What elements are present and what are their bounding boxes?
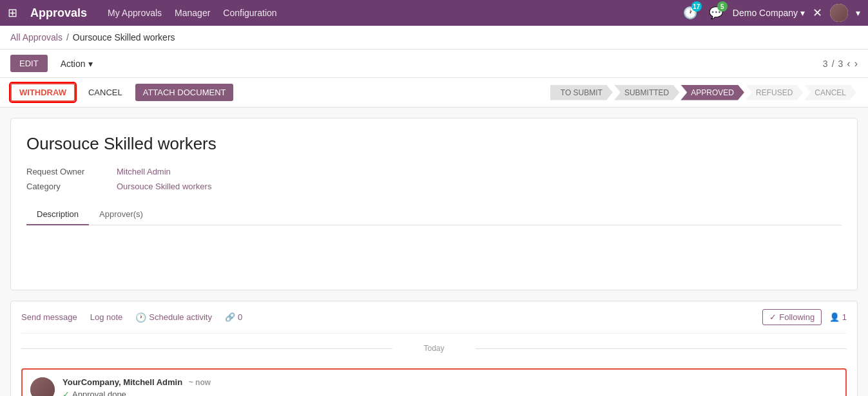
action-dropdown[interactable]: Action ▾ — [61, 59, 93, 69]
breadcrumb-all-approvals[interactable]: All Approvals — [10, 32, 63, 42]
pagination-sep: / — [832, 59, 834, 69]
attach-document-button[interactable]: ATTACH DOCUMENT — [135, 84, 234, 101]
form-tabs: Description Approver(s) — [26, 204, 842, 225]
send-message-label: Send message — [21, 312, 77, 322]
nav-manager[interactable]: Manager — [175, 8, 210, 18]
cancel-button[interactable]: CANCEL — [81, 84, 130, 100]
status-steps: TO SUBMIT SUBMITTED APPROVED REFUSED CAN… — [550, 85, 858, 100]
pagination-prev[interactable]: ‹ — [847, 58, 850, 70]
chatter-right: ✓ Following 👤 1 — [762, 309, 847, 325]
log-note-label: Log note — [90, 312, 123, 322]
message-avatar-image — [30, 377, 55, 396]
navbar-right: 🕐 17 💬 5 Demo Company ▾ ✕ ▾ — [681, 4, 860, 22]
chat-badge-count: 5 — [717, 1, 728, 12]
app-brand: Approvals — [30, 6, 87, 20]
clock-badge-count: 17 — [691, 1, 702, 12]
action-bar: EDIT Action ▾ 3 / 3 ‹ › — [0, 50, 868, 78]
attachment-button[interactable]: 🔗 0 — [225, 312, 242, 322]
schedule-activity-button[interactable]: 🕐 Schedule activity — [135, 312, 212, 323]
nav-my-approvals[interactable]: My Approvals — [108, 8, 162, 18]
main-content: Oursouce Skilled workers Request Owner M… — [0, 108, 868, 396]
breadcrumb-bar: All Approvals / Oursouce Skilled workers — [0, 26, 868, 50]
pagination-current: 3 — [823, 59, 828, 69]
schedule-activity-label: Schedule activity — [149, 312, 212, 322]
form-fields: Request Owner Mitchell Admin Category Ou… — [26, 167, 842, 191]
step-refused[interactable]: REFUSED — [746, 85, 803, 100]
message-author: YourCompany, Mitchell Admin — [63, 377, 182, 387]
attachment-count: 0 — [238, 312, 242, 322]
action-chevron: ▾ — [88, 59, 93, 69]
label-request-owner: Request Owner — [26, 167, 117, 176]
navbar: ⊞ Approvals My Approvals Manager Configu… — [0, 0, 868, 26]
breadcrumb-current: Oursouce Skilled workers — [73, 32, 175, 42]
followers-number: 1 — [842, 312, 847, 322]
status-bar: WITHDRAW CANCEL ATTACH DOCUMENT TO SUBMI… — [0, 78, 868, 108]
company-selector[interactable]: Demo Company ▾ — [733, 8, 805, 18]
today-divider: Today — [21, 334, 847, 363]
message-body: YourCompany, Mitchell Admin ~ now ✓ Appr… — [63, 377, 838, 396]
chatter-actions: Send message Log note 🕐 Schedule activit… — [21, 309, 847, 334]
company-name: Demo Company — [733, 8, 798, 18]
pagination-next[interactable]: › — [854, 58, 858, 70]
notification-clock-badge[interactable]: 🕐 17 — [681, 4, 699, 22]
field-category: Category Oursouce Skilled workers — [26, 182, 842, 191]
label-category: Category — [26, 182, 117, 191]
breadcrumb-separator: / — [66, 32, 69, 42]
user-avatar[interactable] — [830, 4, 848, 22]
action-label: Action — [61, 59, 86, 69]
message-header: YourCompany, Mitchell Admin ~ now — [63, 377, 838, 387]
attachment-icon: 🔗 — [225, 312, 235, 322]
chatter-bar: Send message Log note 🕐 Schedule activit… — [10, 301, 858, 396]
today-label: Today — [423, 344, 444, 353]
log-note-button[interactable]: Log note — [90, 312, 123, 322]
step-cancel[interactable]: CANCEL — [804, 85, 856, 100]
message-time: ~ now — [189, 378, 211, 387]
pagination-total: 3 — [838, 59, 844, 69]
message-author-avatar — [30, 377, 55, 396]
followers-icon: 👤 — [829, 312, 840, 322]
step-to-submit[interactable]: TO SUBMIT — [550, 85, 613, 100]
form-card: Oursouce Skilled workers Request Owner M… — [10, 118, 858, 290]
close-icon[interactable]: ✕ — [813, 6, 822, 20]
nav-configuration[interactable]: Configuration — [223, 8, 276, 18]
value-category[interactable]: Oursouce Skilled workers — [117, 182, 211, 191]
withdraw-button[interactable]: WITHDRAW — [10, 83, 75, 102]
activity-icon: 🕐 — [135, 312, 146, 323]
message-content: Approval done — [72, 390, 126, 396]
tab-approvers[interactable]: Approver(s) — [89, 204, 153, 225]
form-tab-content-description — [26, 236, 842, 274]
following-check-icon: ✓ — [769, 312, 776, 322]
user-chevron[interactable]: ▾ — [856, 8, 860, 18]
company-chevron: ▾ — [800, 8, 805, 18]
tab-description[interactable]: Description — [26, 204, 89, 225]
edit-button[interactable]: EDIT — [10, 55, 48, 72]
message-item: YourCompany, Mitchell Admin ~ now ✓ Appr… — [21, 368, 847, 396]
pagination: 3 / 3 ‹ › — [823, 58, 858, 70]
message-check-icon: ✓ — [63, 390, 70, 396]
form-title: Oursouce Skilled workers — [26, 134, 842, 154]
grid-icon[interactable]: ⊞ — [8, 6, 17, 20]
field-request-owner: Request Owner Mitchell Admin — [26, 167, 842, 176]
value-request-owner[interactable]: Mitchell Admin — [117, 167, 171, 176]
following-button[interactable]: ✓ Following — [762, 309, 822, 325]
step-submitted[interactable]: SUBMITTED — [614, 85, 679, 100]
send-message-button[interactable]: Send message — [21, 312, 77, 322]
followers-count[interactable]: 👤 1 — [829, 312, 847, 322]
message-text: ✓ Approval done — [63, 390, 838, 396]
step-approved[interactable]: APPROVED — [680, 85, 744, 100]
navbar-menu: My Approvals Manager Configuration — [108, 8, 277, 18]
notification-chat-badge[interactable]: 💬 5 — [707, 4, 725, 22]
following-label: Following — [779, 312, 815, 322]
avatar-image — [830, 4, 848, 22]
